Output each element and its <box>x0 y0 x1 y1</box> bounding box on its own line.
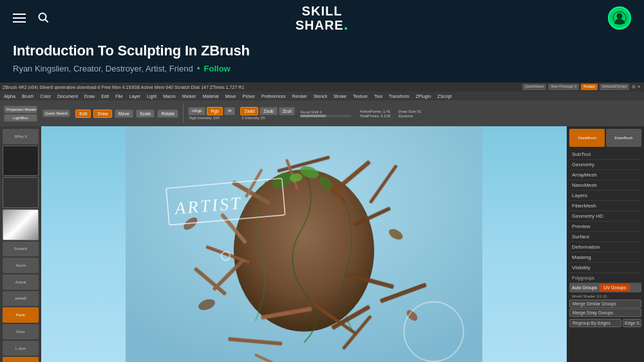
fibermesh-item[interactable]: FiberMesh <box>569 201 641 211</box>
floor-btn[interactable]: Floor <box>3 324 39 339</box>
quicksave-btn[interactable]: QuickSave <box>522 84 546 90</box>
default-zscript-btn[interactable]: DefaultZScript <box>600 84 629 90</box>
preview-thumbnail-3 <box>3 209 39 240</box>
course-meta: Ryan Kingslien, Creator, Destroyer, Arti… <box>13 63 631 73</box>
nudge-btn[interactable]: Nudge <box>581 84 598 90</box>
zbrush-right-panel: SimpleBrush EraserBrush SubTool Geometry… <box>567 126 644 362</box>
menu-material[interactable]: Material <box>202 94 218 99</box>
nanomesh-item[interactable]: NanoMesh <box>569 180 641 191</box>
zbrush-menubar: Alpha Brush Color Document Draw Edit Fil… <box>0 91 644 100</box>
active-points-label: ActivePoints: 1,41 <box>359 110 390 113</box>
separator-dot: • <box>197 63 200 73</box>
masking-item[interactable]: Masking <box>569 252 641 263</box>
zoom-btn[interactable]: Zoom <box>3 258 39 273</box>
menu-light[interactable]: Light <box>147 94 156 99</box>
svg-line-1 <box>46 19 48 22</box>
merge-similar-btn[interactable]: Merge Similar Groups <box>569 300 641 308</box>
menu-picker[interactable]: Picker <box>243 94 255 99</box>
aahalf-btn[interactable]: aaHalf <box>3 291 39 307</box>
zbrush-viewport[interactable]: ARTIST <box>41 126 567 362</box>
menu-brush[interactable]: Brush <box>22 94 33 99</box>
geometry-item[interactable]: Geometry <box>569 160 641 170</box>
arraymesh-item[interactable]: ArrayMesh <box>569 170 641 180</box>
menu-texture[interactable]: Texture <box>353 94 368 99</box>
rotate-btn[interactable]: Rotate <box>157 110 178 118</box>
zbrush-interface: ZBrush 4R2 (x64) Silver6 generative-down… <box>0 82 644 362</box>
edit-btn[interactable]: Edit <box>75 110 91 118</box>
rgb-intensity-label: Rgb Intensity 100 <box>188 116 235 120</box>
zsub-btn[interactable]: Zsub <box>260 107 278 115</box>
window-controls: ⊞ ✕ <box>631 84 641 90</box>
logo: SKILL SHARE. <box>296 4 349 32</box>
polygroups-section: Polygroups <box>569 274 641 281</box>
draw-btn[interactable]: Draw <box>93 110 111 118</box>
subtool-item[interactable]: SubTool <box>569 149 641 160</box>
rgb-btn[interactable]: Rgb <box>207 107 223 115</box>
auto-groups-row: Auto Groups UV Groups <box>569 283 641 292</box>
logo-skill: SKILL <box>302 4 343 18</box>
keyv-btn[interactable]: KeyV <box>3 357 39 362</box>
zcut-btn[interactable]: Zcut <box>279 107 296 115</box>
search-icon[interactable] <box>37 12 49 25</box>
menu-render[interactable]: Render <box>292 94 307 99</box>
menu-layer[interactable]: Layer <box>129 94 141 99</box>
see-through-btn[interactable]: See-Through 0 <box>548 84 579 90</box>
deformation-item[interactable]: Deformation <box>569 242 641 252</box>
eraser-brush-btn[interactable]: EraserBrush <box>606 129 641 147</box>
follow-button[interactable]: Follow <box>204 64 231 73</box>
total-points-label: TotalPoints: 3.129 <box>359 114 390 118</box>
menu-macro[interactable]: Macro <box>163 94 175 99</box>
actual-btn[interactable]: Actual <box>3 274 39 290</box>
lightbox-btn[interactable]: LightBox <box>4 114 37 122</box>
menu-edit[interactable]: Edit <box>101 94 109 99</box>
menu-move[interactable]: Move <box>225 94 236 99</box>
menu-file[interactable]: File <box>115 94 122 99</box>
dynamic-label: Dynamic <box>398 114 421 118</box>
geometry-hd-item[interactable]: Geometry HD <box>569 211 641 222</box>
menu-zscript[interactable]: ZScript <box>437 94 451 99</box>
zadd-btn[interactable]: Zadd <box>240 107 258 115</box>
hamburger-menu-icon[interactable] <box>13 14 26 23</box>
quick-sketch-btn[interactable]: Quick Sketch <box>43 110 70 117</box>
layers-item[interactable]: Layers <box>569 191 641 201</box>
surface-item[interactable]: Surface <box>569 232 641 242</box>
zbrush-iconbar: Projection Master LightBox Quick Sketch … <box>0 100 644 126</box>
zbrush-title-text: ZBrush 4R2 (x64) Silver6 generative-down… <box>3 85 244 90</box>
menu-zplugin[interactable]: ZPlugin <box>415 94 431 99</box>
menu-transform[interactable]: Transform <box>389 94 410 99</box>
auto-groups-label[interactable]: Auto Groups <box>572 285 597 290</box>
projection-master-btn[interactable]: Projection Master <box>4 106 37 113</box>
scratch-btn[interactable]: Scratch <box>3 242 39 257</box>
menu-stencil[interactable]: Stencil <box>314 94 327 99</box>
menu-document[interactable]: Document <box>57 94 78 99</box>
user-avatar[interactable] <box>608 6 631 30</box>
course-title: Introduction To Sculpting In ZBrush <box>13 43 631 59</box>
svg-point-4 <box>618 14 622 18</box>
menu-draw[interactable]: Draw <box>84 94 95 99</box>
merge-stray-btn[interactable]: Merge Stray Groups <box>569 309 641 317</box>
sphy3-btn[interactable]: SPhy 3 <box>3 129 39 144</box>
course-author: Ryan Kingslien, Creator, Destroyer, Arti… <box>13 64 193 73</box>
edge-s-btn[interactable]: Edge S <box>623 319 641 327</box>
m-label: M <box>224 107 235 115</box>
move-btn[interactable]: Move <box>115 110 133 118</box>
visibility-item[interactable]: Visibility <box>569 263 641 273</box>
zbrush-left-panel: SPhy 3 Scratch Zoom Actual aaHalf Perfo … <box>0 126 41 362</box>
focal-shift-label: Focal Shift 0 <box>300 110 352 114</box>
menu-color[interactable]: Color <box>40 94 51 99</box>
course-info-bar: Introduction To Sculpting In ZBrush Ryan… <box>0 36 644 82</box>
regroup-edges-btn[interactable]: Regroup By Edges <box>569 319 621 327</box>
preview-thumbnail-2 <box>3 177 39 208</box>
menu-preferences[interactable]: Preferences <box>261 94 286 99</box>
scale-btn[interactable]: Scale <box>136 110 155 118</box>
menu-stroke[interactable]: Stroke <box>334 94 346 99</box>
menu-alpha[interactable]: Alpha <box>4 94 15 99</box>
z-intensity-label: Z Intensity 25 <box>240 116 295 120</box>
ldym-btn[interactable]: L.dym <box>3 341 39 356</box>
preview-item[interactable]: Preview <box>569 222 641 232</box>
simple-brush-btn[interactable]: SimpleBrush <box>569 129 605 147</box>
menu-marker[interactable]: Marker <box>182 94 196 99</box>
menu-tool[interactable]: Tool <box>374 94 383 99</box>
perfo-btn[interactable]: Perfo <box>3 307 39 323</box>
auto-groups-value[interactable]: UV Groups <box>600 284 630 291</box>
